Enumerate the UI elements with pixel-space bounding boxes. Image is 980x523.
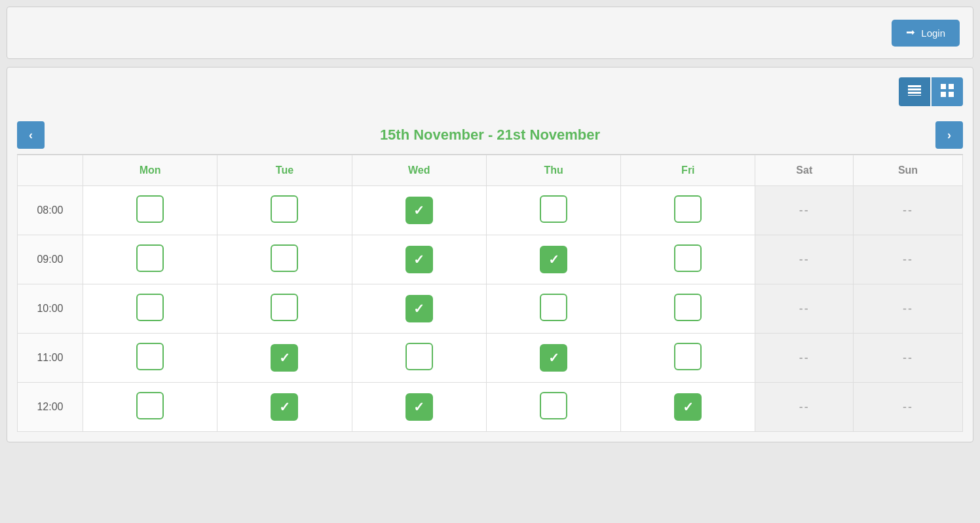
checkbox-thu-2[interactable]: ✓ (540, 294, 567, 321)
cell-tue-3[interactable]: ✓ (217, 334, 352, 383)
checkbox-thu-4[interactable]: ✓ (540, 392, 567, 419)
checkmark-tue-4: ✓ (279, 399, 290, 415)
checkbox-tue-4[interactable]: ✓ (271, 393, 298, 421)
cell-mon-0[interactable]: ✓ (83, 186, 217, 235)
cell-tue-0[interactable]: ✓ (217, 186, 352, 235)
time-label-1: 09:00 (18, 235, 83, 284)
cell-mon-1[interactable]: ✓ (83, 235, 217, 284)
header-mon: Mon (83, 155, 217, 186)
next-week-button[interactable]: › (935, 121, 963, 149)
cell-wed-3[interactable]: ✓ (352, 334, 486, 383)
top-bar: ⮕ Login (7, 7, 973, 59)
cell-sat-0: -- (755, 186, 854, 235)
checkbox-wed-3[interactable]: ✓ (405, 343, 433, 370)
main-container: ‹ 15th November - 21st November › Mon Tu… (7, 67, 973, 442)
checkmark-wed-4: ✓ (413, 399, 424, 415)
cell-thu-1[interactable]: ✓ (486, 235, 620, 284)
cell-fri-4[interactable]: ✓ (621, 383, 755, 432)
week-range-title: 15th November - 21st November (380, 126, 600, 144)
list-view-icon (908, 87, 921, 98)
table-row: 08:00✓✓✓✓✓---- (18, 186, 963, 235)
cell-fri-3[interactable]: ✓ (621, 334, 755, 383)
checkbox-fri-1[interactable]: ✓ (674, 244, 702, 272)
checkbox-mon-2[interactable]: ✓ (136, 294, 164, 321)
cell-tue-4[interactable]: ✓ (217, 383, 352, 432)
header-tue: Tue (217, 155, 352, 186)
checkbox-tue-0[interactable]: ✓ (271, 195, 298, 223)
cell-sat-4: -- (755, 383, 854, 432)
table-row: 11:00✓✓✓✓✓---- (18, 334, 963, 383)
cell-fri-2[interactable]: ✓ (621, 284, 755, 334)
svg-rect-5 (949, 84, 954, 89)
cell-mon-2[interactable]: ✓ (83, 284, 217, 334)
table-row: 09:00✓✓✓✓✓---- (18, 235, 963, 284)
cell-wed-0[interactable]: ✓ (352, 186, 486, 235)
cell-sun-0: -- (854, 186, 963, 235)
checkbox-mon-1[interactable]: ✓ (136, 244, 164, 272)
cell-thu-0[interactable]: ✓ (486, 186, 620, 235)
cell-wed-2[interactable]: ✓ (352, 284, 486, 334)
checkbox-thu-3[interactable]: ✓ (540, 344, 567, 372)
checkbox-tue-2[interactable]: ✓ (271, 294, 298, 321)
checkbox-wed-0[interactable]: ✓ (405, 197, 433, 224)
checkbox-wed-2[interactable]: ✓ (405, 295, 433, 322)
checkbox-wed-4[interactable]: ✓ (405, 393, 433, 421)
svg-rect-7 (949, 92, 954, 97)
cell-fri-0[interactable]: ✓ (621, 186, 755, 235)
header-sun: Sun (854, 155, 963, 186)
prev-icon: ‹ (29, 128, 33, 142)
header-thu: Thu (486, 155, 620, 186)
svg-rect-2 (908, 92, 921, 94)
checkbox-thu-1[interactable]: ✓ (540, 246, 567, 273)
checkmark-tue-3: ✓ (279, 350, 290, 366)
checkbox-fri-4[interactable]: ✓ (674, 393, 702, 421)
checkbox-tue-1[interactable]: ✓ (271, 244, 298, 272)
checkbox-fri-3[interactable]: ✓ (674, 343, 702, 370)
grid-view-button[interactable] (932, 77, 963, 106)
checkbox-mon-4[interactable]: ✓ (136, 392, 164, 419)
svg-rect-6 (941, 92, 946, 97)
calendar-grid: Mon Tue Wed Thu Fri Sat Sun 08:00✓✓✓✓✓--… (17, 155, 963, 432)
cell-sun-2: -- (854, 284, 963, 334)
checkbox-thu-0[interactable]: ✓ (540, 195, 567, 223)
cell-wed-1[interactable]: ✓ (352, 235, 486, 284)
cell-thu-4[interactable]: ✓ (486, 383, 620, 432)
checkbox-mon-0[interactable]: ✓ (136, 195, 164, 223)
cell-mon-3[interactable]: ✓ (83, 334, 217, 383)
week-navigator: ‹ 15th November - 21st November › (17, 116, 963, 155)
header-sat: Sat (755, 155, 854, 186)
header-fri: Fri (621, 155, 755, 186)
cell-sun-4: -- (854, 383, 963, 432)
calendar-header-row: Mon Tue Wed Thu Fri Sat Sun (18, 155, 963, 186)
checkbox-mon-3[interactable]: ✓ (136, 343, 164, 370)
cell-sat-1: -- (755, 235, 854, 284)
login-button[interactable]: ⮕ Login (892, 20, 960, 47)
cell-thu-3[interactable]: ✓ (486, 334, 620, 383)
cell-sat-2: -- (755, 284, 854, 334)
checkbox-tue-3[interactable]: ✓ (271, 344, 298, 372)
cell-wed-4[interactable]: ✓ (352, 383, 486, 432)
view-toggle (17, 77, 963, 106)
svg-rect-3 (908, 95, 921, 96)
cell-sun-3: -- (854, 334, 963, 383)
checkbox-wed-1[interactable]: ✓ (405, 246, 433, 273)
checkbox-fri-2[interactable]: ✓ (674, 294, 702, 321)
checkbox-fri-0[interactable]: ✓ (674, 195, 702, 223)
checkmark-wed-2: ✓ (413, 301, 424, 317)
table-row: 10:00✓✓✓✓✓---- (18, 284, 963, 334)
cell-thu-2[interactable]: ✓ (486, 284, 620, 334)
cell-fri-1[interactable]: ✓ (621, 235, 755, 284)
checkmark-thu-3: ✓ (548, 350, 559, 366)
svg-rect-0 (908, 85, 921, 87)
cell-tue-1[interactable]: ✓ (217, 235, 352, 284)
prev-week-button[interactable]: ‹ (17, 121, 45, 149)
checkmark-wed-0: ✓ (413, 203, 424, 218)
list-view-button[interactable] (899, 77, 930, 106)
next-icon: › (947, 128, 951, 142)
cell-sat-3: -- (755, 334, 854, 383)
cell-mon-4[interactable]: ✓ (83, 383, 217, 432)
cell-tue-2[interactable]: ✓ (217, 284, 352, 334)
checkmark-thu-1: ✓ (548, 252, 559, 267)
checkmark-fri-4: ✓ (683, 399, 694, 415)
time-label-3: 11:00 (18, 334, 83, 383)
